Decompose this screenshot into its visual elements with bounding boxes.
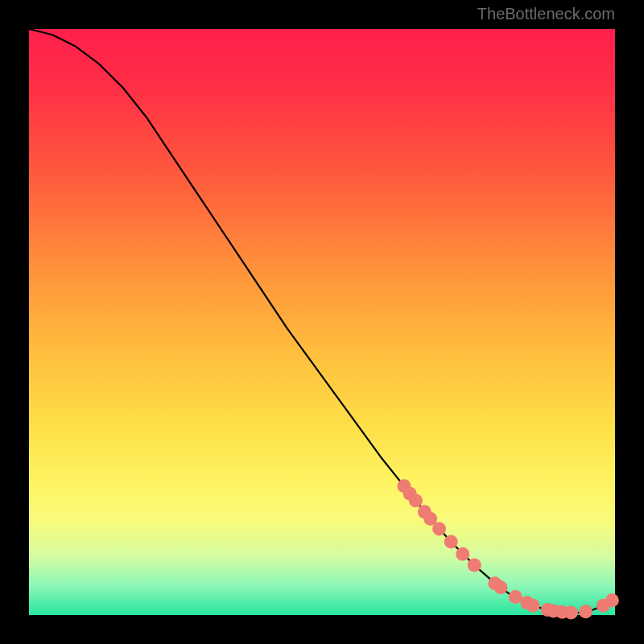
plot-area (29, 29, 615, 615)
chart-marker (564, 606, 578, 620)
chart-marker (444, 535, 458, 549)
chart-markers (397, 479, 618, 619)
chart-marker (579, 605, 592, 618)
chart-marker (526, 599, 540, 613)
chart-line (29, 29, 615, 613)
chart-svg (29, 29, 615, 615)
chart-marker (509, 590, 522, 604)
chart-marker (605, 593, 619, 607)
chart-marker (432, 522, 446, 535)
chart-marker (456, 547, 469, 561)
chart-marker (468, 559, 481, 572)
watermark-text: TheBottleneck.com (477, 5, 615, 23)
chart-stage: TheBottleneck.com (0, 0, 644, 644)
chart-marker (409, 494, 423, 508)
chart-marker (494, 580, 508, 594)
